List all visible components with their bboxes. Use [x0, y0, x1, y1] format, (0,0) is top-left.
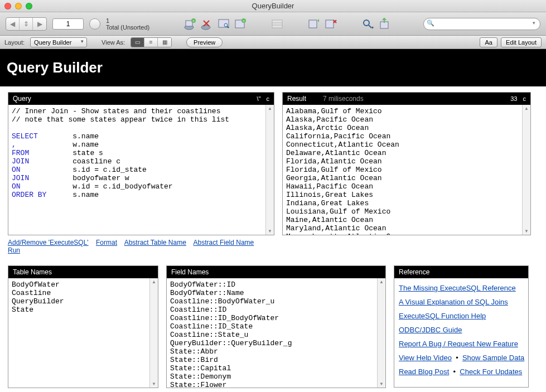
format-link[interactable]: Format — [96, 239, 117, 246]
sample-data-link[interactable]: Show Sample Data — [462, 354, 524, 362]
view-list-button[interactable]: ≡ — [144, 38, 158, 47]
result-timing: 7 miliseconds — [323, 95, 364, 103]
result-badge-c[interactable]: c — [523, 95, 526, 102]
page-title: Query Builder — [0, 49, 546, 86]
record-number-input[interactable]: 1 — [52, 18, 84, 30]
layout-bar: Layout: Query Builder View As: ▭ ≡ ▦ Pre… — [0, 36, 546, 49]
svg-rect-1 — [186, 21, 192, 26]
query-links: Add/Remove 'ExecuteSQL' Format Abstract … — [8, 235, 274, 258]
result-panel-header: Result 7 miliseconds 33 c — [283, 93, 530, 105]
layout-select[interactable]: Query Builder — [30, 37, 87, 47]
new-record-icon[interactable]: + — [183, 17, 197, 31]
scrollbar-icon[interactable] — [265, 105, 274, 235]
view-form-button[interactable]: ▭ — [131, 38, 144, 47]
fields-body: BodyOfWater::ID BodyOfWater::Name Coastl… — [167, 278, 385, 388]
new-window-icon[interactable]: + — [233, 17, 248, 31]
tables-body: BodyOfWater Coastline QueryBuilder State — [8, 278, 158, 388]
prev-record-button[interactable]: ◀ — [6, 18, 20, 30]
sort-ops — [307, 17, 338, 31]
edit-layout-button[interactable]: Edit Layout — [501, 37, 542, 47]
extra-ops: ▾ — [360, 17, 392, 31]
tables-list[interactable]: BodyOfWater Coastline QueryBuilder State — [8, 278, 158, 388]
viewas-switch: ▭ ≡ ▦ — [131, 37, 172, 47]
fields-panel: Field Names BodyOfWater::ID BodyOfWater:… — [166, 265, 386, 388]
result-body: Alabama,Gulf of Mexico Alaska,Pacific Oc… — [283, 105, 530, 235]
close-icon[interactable] — [4, 3, 11, 9]
scrollbar-icon[interactable] — [377, 278, 385, 388]
ref-link[interactable]: A Visual Explanation of SQL Joins — [399, 298, 508, 306]
result-count: 33 — [510, 95, 517, 102]
query-body: // Inner Join - Show states and their co… — [8, 105, 274, 235]
check-updates-link[interactable]: Check For Updates — [460, 367, 522, 376]
aa-button[interactable]: Aa — [480, 37, 497, 47]
reference-body: The Missing ExecuteSQL Reference A Visua… — [394, 278, 528, 387]
search-wrap — [423, 18, 540, 30]
record-nav: ◀ ⇕ ▶ — [6, 17, 47, 31]
record-status: Total (Unsorted) — [106, 24, 149, 31]
ref-link[interactable]: ODBC/JDBC Guide — [399, 326, 462, 334]
minimize-icon[interactable] — [15, 3, 22, 9]
table-icon[interactable] — [270, 17, 284, 31]
query-textarea[interactable]: // Inner Join - Show states and their co… — [8, 105, 274, 235]
fields-list[interactable]: BodyOfWater::ID BodyOfWater::Name Coastl… — [167, 278, 385, 388]
svg-point-16 — [364, 20, 369, 26]
svg-text:+: + — [243, 19, 245, 22]
query-panel-header: Query \" c — [8, 93, 274, 105]
view-table-button[interactable]: ▦ — [158, 38, 171, 47]
svg-rect-11 — [272, 20, 282, 28]
fields-links: All Field Names — [166, 388, 386, 392]
sort-desc-icon[interactable] — [323, 17, 338, 31]
layout-label: Layout: — [4, 39, 25, 46]
help-video-link[interactable]: View Help Video — [399, 354, 452, 362]
ref-link[interactable]: The Missing ExecuteSQL Reference — [399, 284, 516, 292]
zoom-icon[interactable] — [26, 3, 32, 9]
query-panel: Query \" c // Inner Join - Show states a… — [8, 92, 274, 235]
record-meta: 1 Total (Unsorted) — [106, 17, 149, 31]
tables-links: All Table Occurrences Only Base Table Na… — [8, 388, 158, 392]
scrollbar-icon[interactable] — [149, 278, 158, 388]
result-panel-title: Result — [287, 95, 306, 103]
ref-link[interactable]: Report A Bug / Request New Feature — [399, 340, 518, 348]
traffic-lights — [0, 3, 32, 9]
add-remove-link[interactable]: Add/Remove 'ExecuteSQL' — [8, 239, 89, 246]
window-title: QueryBuilder — [0, 2, 546, 10]
fields-panel-title: Field Names — [171, 268, 209, 276]
window-titlebar: QueryBuilder — [0, 0, 546, 12]
svg-text:+: + — [193, 19, 195, 22]
preview-button[interactable]: Preview — [186, 37, 223, 47]
search-input[interactable] — [423, 18, 540, 30]
pie-icon[interactable] — [89, 18, 100, 30]
reference-panel: Reference The Missing ExecuteSQL Referen… — [394, 265, 529, 388]
svg-text:▾: ▾ — [371, 25, 374, 30]
delete-record-icon[interactable] — [200, 17, 214, 31]
result-list[interactable]: Alabama,Gulf of Mexico Alaska,Pacific Oc… — [283, 105, 530, 235]
abstract-table-link[interactable]: Abstract Table Name — [124, 239, 186, 246]
record-ops: + + — [183, 17, 248, 31]
find-icon[interactable] — [216, 17, 231, 31]
abstract-field-link[interactable]: Abstract Field Name — [194, 239, 254, 246]
scrollbar-icon[interactable] — [522, 105, 530, 235]
main-content: Query \" c // Inner Join - Show states a… — [0, 86, 546, 392]
query-panel-title: Query — [13, 95, 31, 103]
viewas-label: View As: — [102, 39, 125, 46]
export-icon[interactable] — [377, 17, 392, 31]
fields-panel-header: Field Names — [167, 266, 385, 278]
tables-panel: Table Names BodyOfWater Coastline QueryB… — [8, 265, 158, 388]
slider-handle-icon[interactable]: ⇕ — [20, 18, 33, 30]
read-blog-link[interactable]: Read Blog Post — [399, 367, 449, 376]
result-panel: Result 7 miliseconds 33 c Alabama,Gulf o… — [282, 92, 531, 235]
ref-link[interactable]: ExecuteSQL Function Help — [399, 312, 486, 320]
svg-rect-14 — [309, 20, 317, 28]
query-badge-quote[interactable]: \" — [257, 95, 261, 102]
record-count: 1 — [106, 17, 149, 24]
search-dropdown-icon[interactable]: ▾ — [360, 17, 375, 31]
main-toolbar: ◀ ⇕ ▶ 1 1 Total (Unsorted) + + — [0, 12, 546, 36]
run-link[interactable]: Run — [8, 246, 20, 254]
next-record-button[interactable]: ▶ — [33, 18, 46, 30]
svg-rect-15 — [326, 20, 334, 28]
tables-panel-header: Table Names — [8, 266, 158, 278]
sort-asc-icon[interactable] — [307, 17, 321, 31]
tables-panel-title: Table Names — [13, 268, 52, 276]
query-badge-c[interactable]: c — [267, 95, 270, 102]
reference-panel-title: Reference — [399, 268, 429, 276]
